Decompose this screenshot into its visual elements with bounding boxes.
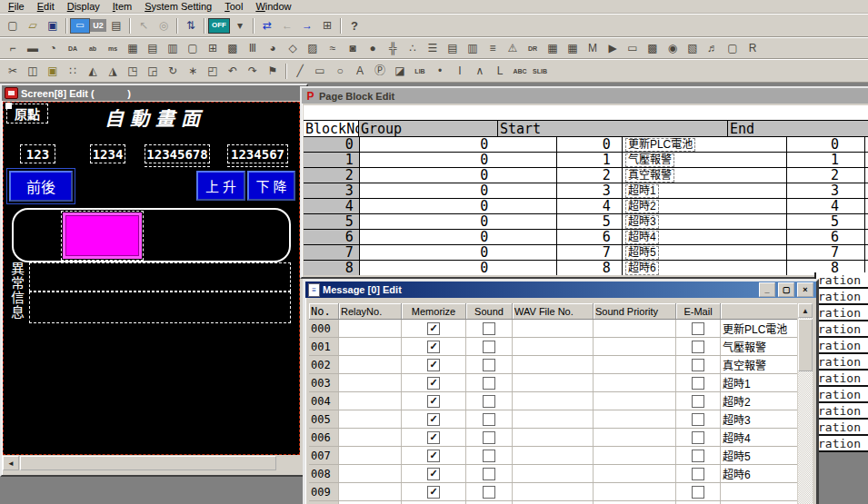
group-cell[interactable]: 0: [360, 168, 558, 183]
sound-cell[interactable]: [466, 320, 513, 337]
blockno-cell[interactable]: 4: [304, 199, 360, 213]
start-msg-cell[interactable]: 超時2: [623, 199, 787, 213]
email-checkbox[interactable]: [692, 322, 704, 335]
abnormal-info-label[interactable]: 異常信息: [7, 262, 24, 320]
data-display-icon[interactable]: DA: [63, 40, 83, 57]
memo-pad-icon[interactable]: ▢: [183, 40, 203, 57]
soundpriority-cell[interactable]: [594, 374, 676, 391]
message-text-cell[interactable]: 超時2: [721, 392, 797, 410]
pattern-part-icon[interactable]: ▩: [223, 40, 243, 57]
message-text-cell[interactable]: 超時3: [721, 410, 797, 428]
row-number-cell[interactable]: 003: [309, 374, 339, 391]
blockno-cell[interactable]: 0: [304, 137, 360, 152]
soundpriority-cell[interactable]: [594, 338, 676, 355]
image-part-icon[interactable]: ▧: [683, 40, 703, 57]
sampling-list-icon[interactable]: ≡: [483, 40, 503, 57]
relayno-cell[interactable]: [339, 338, 402, 355]
calculator-part-icon[interactable]: ⊞: [203, 40, 223, 57]
maximize-icon[interactable]: ▢: [778, 282, 794, 297]
wavfile-cell[interactable]: [513, 392, 594, 410]
oval-lamp-icon[interactable]: ●: [363, 40, 383, 57]
grid-cross-icon[interactable]: ╬: [383, 40, 403, 57]
start-msg-cell[interactable]: 超時1: [623, 183, 787, 198]
sound-checkbox[interactable]: [483, 395, 495, 408]
memo-part-icon[interactable]: ▢: [723, 40, 743, 57]
panel-meter-icon[interactable]: ◇: [283, 40, 303, 57]
numeric-display-1[interactable]: 123: [20, 144, 55, 163]
soundpriority-cell[interactable]: [594, 320, 676, 337]
alarm-bell-icon[interactable]: ⚠: [503, 40, 523, 57]
memory-card-icon[interactable]: ▭: [623, 40, 643, 57]
email-checkbox[interactable]: [692, 341, 704, 353]
sound-cell[interactable]: [466, 356, 513, 373]
select-cursor-icon[interactable]: ↖: [134, 17, 154, 35]
memorize-checked-checkbox[interactable]: ✓: [427, 395, 440, 408]
email-cell[interactable]: [676, 483, 721, 500]
email-checkbox[interactable]: [692, 468, 704, 480]
print-icon[interactable]: ▤: [106, 17, 126, 35]
row-number-cell[interactable]: 000: [309, 320, 339, 337]
sound-checkbox[interactable]: [483, 450, 495, 462]
memorize-cell[interactable]: ✓: [402, 338, 466, 355]
end-no-cell[interactable]: 4: [787, 199, 865, 213]
memorize-cell[interactable]: ✓: [402, 320, 466, 337]
wavfile-cell[interactable]: [513, 483, 594, 500]
dot-pattern-icon[interactable]: ▨: [303, 40, 323, 57]
back-screen-icon[interactable]: ←: [277, 17, 297, 35]
message-display-icon[interactable]: ms: [103, 40, 123, 57]
message-text-cell[interactable]: 气壓報警: [721, 338, 797, 355]
wavfile-cell[interactable]: [513, 465, 594, 482]
numeric-display-3[interactable]: 12345678: [145, 144, 210, 163]
message-text-cell[interactable]: 超時6: [721, 465, 797, 482]
clock-part-icon[interactable]: ◔: [43, 40, 63, 57]
bit-sampling-icon[interactable]: ▥: [463, 40, 483, 57]
sound-checkbox[interactable]: [483, 341, 495, 353]
message-vertical-scrollbar[interactable]: ▲: [798, 303, 813, 504]
relayno-cell[interactable]: [339, 483, 402, 500]
lamp-part-icon[interactable]: ▬: [23, 40, 43, 57]
memorize-cell[interactable]: ✓: [402, 447, 466, 464]
start-msg-cell[interactable]: 超時3: [623, 214, 787, 229]
email-cell[interactable]: [676, 374, 721, 391]
memorize-checked-checkbox[interactable]: ✓: [427, 413, 440, 426]
relayno-cell[interactable]: [339, 356, 402, 373]
redo-icon[interactable]: ↷: [243, 63, 263, 80]
relayno-cell[interactable]: [339, 392, 402, 410]
message-titlebar[interactable]: ≡ Message [0] Edit _ ▢ ×: [305, 282, 816, 298]
message-area-2[interactable]: [29, 292, 291, 323]
sound-checkbox[interactable]: [483, 468, 495, 480]
sound-checkbox[interactable]: [483, 377, 495, 390]
pin-icon[interactable]: ⚑: [263, 63, 283, 80]
save-icon[interactable]: ▣: [43, 17, 63, 35]
blockno-cell[interactable]: 2: [304, 168, 360, 183]
paste-icon[interactable]: ▣: [43, 63, 63, 80]
memorize-cell[interactable]: ✓: [402, 392, 466, 410]
draw-arc-icon[interactable]: ∧: [470, 63, 490, 80]
numeric-display-2[interactable]: 1234: [90, 144, 125, 163]
bar-graph-icon[interactable]: Ⅲ: [243, 40, 263, 57]
transfer-icon[interactable]: ⇅: [181, 17, 201, 35]
relayno-cell[interactable]: [339, 374, 402, 391]
open-folder-icon[interactable]: ▱: [23, 17, 43, 35]
start-no-cell[interactable]: 8: [557, 261, 623, 275]
trend-graph-icon[interactable]: ≈: [323, 40, 343, 57]
start-no-cell[interactable]: 4: [557, 199, 623, 213]
email-checkbox[interactable]: [692, 395, 704, 408]
scroll-thumb[interactable]: [20, 456, 276, 470]
memorize-cell[interactable]: ✓: [402, 374, 466, 391]
sound-cell[interactable]: [466, 429, 513, 446]
end-no-cell[interactable]: 3: [787, 183, 865, 198]
video-part-icon[interactable]: ▶: [603, 40, 623, 57]
new-file-icon[interactable]: ▢: [3, 17, 23, 35]
relayno-cell[interactable]: [339, 320, 402, 337]
memorize-cell[interactable]: ✓: [402, 465, 466, 482]
camera-part-icon[interactable]: ◉: [663, 40, 683, 57]
soundpriority-cell[interactable]: [594, 356, 676, 373]
sound-cell[interactable]: [466, 410, 513, 428]
end-no-cell[interactable]: 0: [787, 137, 865, 152]
shield-part-icon[interactable]: ◙: [343, 40, 363, 57]
draw-ellipse-icon[interactable]: ○: [330, 63, 350, 80]
tile-windows-icon[interactable]: ⊞: [317, 17, 337, 35]
email-cell[interactable]: [676, 410, 721, 428]
parts-place-icon[interactable]: Ⓟ: [370, 63, 390, 80]
